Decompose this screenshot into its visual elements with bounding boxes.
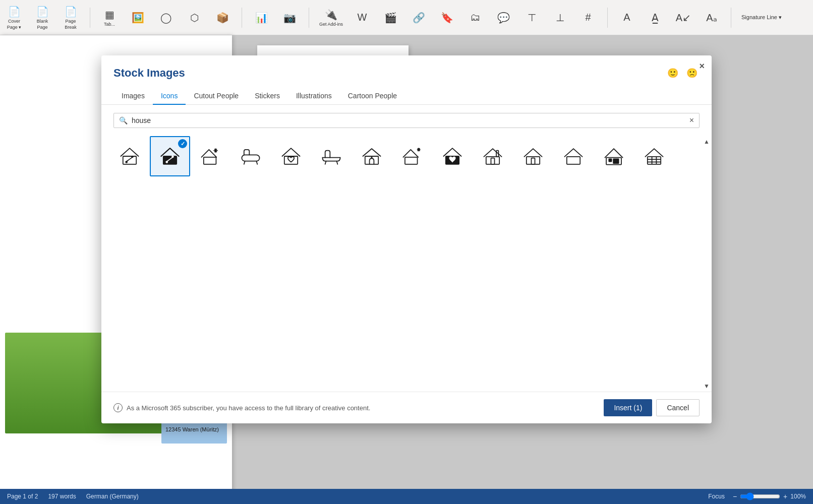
zoom-in-button[interactable]: +	[783, 492, 787, 500]
icon-house-sparkle-outline[interactable]	[392, 136, 432, 176]
status-focus[interactable]: Focus	[708, 493, 725, 500]
page-break-button[interactable]: 📄 Page Break	[62, 6, 80, 30]
tab-cutout-people[interactable]: Cutout People	[186, 88, 247, 105]
icon-house-chimney[interactable]	[473, 136, 513, 176]
tab-cartoon-people[interactable]: Cartoon People	[340, 88, 405, 105]
status-right: Focus − + 100%	[708, 492, 806, 500]
icon-house-outline[interactable]	[553, 136, 594, 176]
xref-icon: 🗂	[470, 12, 480, 23]
table-button[interactable]: ▦ Tab...	[100, 9, 119, 27]
icon-bathtub-outline[interactable]	[311, 136, 352, 176]
zoom-out-button[interactable]: −	[733, 492, 737, 500]
tabs-container: Images Icons Cutout People Stickers Illu…	[101, 81, 712, 105]
screenshot-button[interactable]: 📷	[280, 12, 299, 24]
house-percent-filled-svg	[159, 145, 181, 167]
icon-bathtub[interactable]	[230, 136, 271, 176]
blank-page-button[interactable]: 📄 Blank Page	[33, 6, 51, 30]
svg-point-2	[126, 161, 128, 163]
zoom-controls: − + 100%	[733, 492, 806, 500]
cover-page-icon: 📄	[8, 6, 21, 18]
search-clear-button[interactable]: ×	[689, 116, 694, 124]
svg-point-20	[371, 157, 373, 159]
smiley-happy-button[interactable]: 🙂	[665, 66, 680, 81]
video-button[interactable]: 🎬	[381, 12, 399, 24]
house-outline-svg	[562, 145, 585, 167]
icons-button[interactable]: ⬡	[185, 12, 203, 24]
divider2	[242, 8, 242, 28]
signature-line-label: Signature Line ▾	[741, 14, 782, 21]
house-percent-svg	[119, 145, 141, 167]
chart-button[interactable]: 📊	[252, 12, 270, 24]
svg-line-17	[325, 161, 326, 164]
status-bar: Page 1 of 2 197 words German (Germany) F…	[0, 489, 813, 504]
tab-stickers[interactable]: Stickers	[247, 88, 288, 105]
pagenumber-icon: #	[585, 12, 591, 23]
icon-house-grid[interactable]	[634, 136, 674, 176]
svg-line-14	[244, 161, 245, 164]
svg-rect-21	[405, 157, 418, 164]
footer-info: i As a Microsoft 365 subscriber, you hav…	[113, 403, 370, 412]
icon-house-modern[interactable]	[594, 136, 634, 176]
search-input[interactable]	[132, 116, 685, 124]
smiley-sad-button[interactable]: 🙁	[684, 66, 700, 81]
get-addins-button[interactable]: 🔌 Get Add-ins	[319, 9, 343, 27]
link-button[interactable]: 🔗	[410, 12, 428, 24]
zoom-slider[interactable]	[740, 492, 780, 500]
textbox-icon: A	[623, 12, 630, 23]
comment-button[interactable]: 💬	[494, 12, 512, 24]
icon-house-percent[interactable]	[109, 136, 150, 176]
bookmark-button[interactable]: 🔖	[438, 12, 456, 24]
dropcap-button[interactable]: A↙	[674, 12, 692, 24]
fontsize-button[interactable]: Aₐ	[703, 12, 721, 24]
insert-button[interactable]: Insert (1)	[604, 399, 652, 416]
shapes-button[interactable]: ◯	[157, 12, 175, 24]
footer-info-text: As a Microsoft 365 subscriber, you have …	[127, 404, 370, 412]
svg-rect-8	[204, 157, 216, 164]
cancel-button[interactable]: Cancel	[656, 399, 700, 416]
header-button[interactable]: ⊤	[522, 12, 541, 24]
icon-house-percent-filled[interactable]	[150, 136, 190, 176]
scroll-down-arrow[interactable]: ▼	[704, 383, 710, 390]
tab-illustrations[interactable]: Illustrations	[288, 88, 340, 105]
icon-grid	[109, 136, 704, 176]
scrollbar[interactable]: ▲ ▼	[704, 136, 710, 392]
icon-house-dog[interactable]	[352, 136, 392, 176]
blank-page-icon: 📄	[36, 6, 49, 18]
icon-house-simple[interactable]	[513, 136, 553, 176]
selected-checkmark	[178, 139, 187, 148]
svg-line-18	[337, 161, 338, 164]
divider4	[607, 8, 608, 28]
picture-button[interactable]: 🖼️	[129, 12, 147, 24]
svg-rect-28	[496, 151, 498, 157]
wordart-button[interactable]: A̲	[646, 12, 664, 24]
cover-page-button[interactable]: 📄 Cover Page ▾	[5, 6, 23, 30]
textbox-button[interactable]: A	[618, 12, 636, 23]
dropcap-icon: A↙	[676, 12, 691, 24]
dialog-header-icons: 🙂 🙁	[665, 66, 700, 81]
xref-button[interactable]: 🗂	[466, 12, 484, 23]
wikipedia-button[interactable]: W	[353, 12, 371, 23]
icon-house-sparkle[interactable]	[190, 136, 230, 176]
zoom-level: 100%	[790, 493, 806, 500]
dialog-close-button[interactable]: ×	[699, 61, 705, 71]
footer-button[interactable]: ⊥	[551, 12, 569, 24]
scroll-up-arrow[interactable]: ▲	[704, 138, 710, 145]
status-language: German (Germany)	[86, 493, 139, 500]
wordart-icon: A̲	[652, 12, 659, 24]
icon-house-heart[interactable]	[432, 136, 473, 176]
status-page: Page 1 of 2	[7, 493, 38, 500]
icon-house-heart-outline[interactable]	[271, 136, 311, 176]
stock-images-dialog: × Stock Images 🙂 🙁 Images Icons Cutout P…	[101, 55, 712, 423]
tab-icons[interactable]: Icons	[153, 88, 186, 105]
icons-icon: ⬡	[190, 12, 199, 24]
dialog-header: Stock Images 🙂 🙁	[101, 55, 712, 81]
house-heart-svg	[441, 145, 463, 167]
models-button[interactable]: 📦	[213, 12, 231, 24]
screenshot-icon: 📷	[283, 12, 296, 24]
pagenumber-button[interactable]: #	[579, 12, 597, 23]
house-sparkle-svg	[199, 145, 221, 167]
tab-images[interactable]: Images	[113, 88, 153, 105]
video-icon: 🎬	[384, 12, 397, 24]
house-dog-svg	[361, 145, 383, 167]
comment-icon: 💬	[497, 12, 510, 24]
